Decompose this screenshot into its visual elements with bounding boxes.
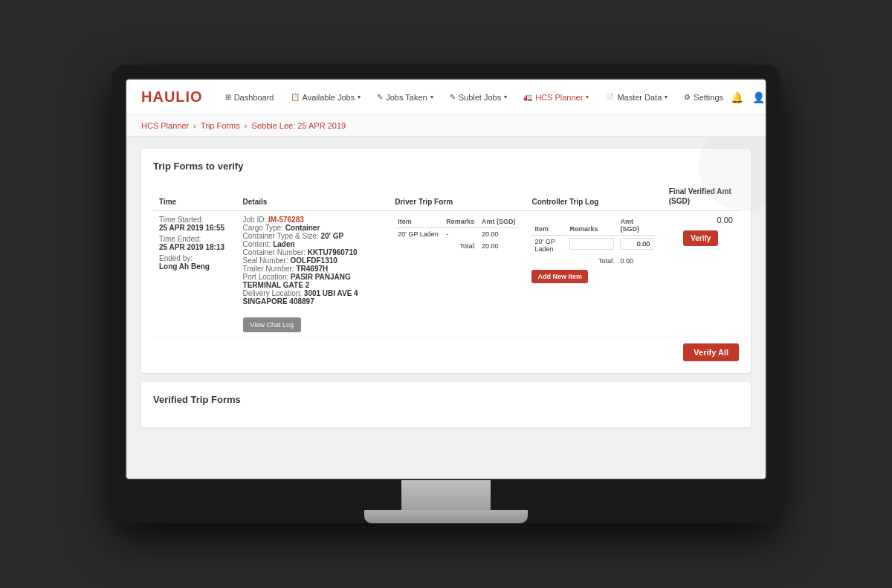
breadcrumb-current: Sebbie Lee: 25 APR 2019 (252, 121, 346, 130)
ended-by-value: Long Ah Beng (159, 262, 210, 271)
final-verified-value: 0.00 (669, 216, 733, 224)
driver-total-value: 20.00 (479, 240, 520, 252)
controller-table-row: 20' GP Laden (531, 236, 656, 256)
trip-forms-card: Trip Forms to verify Time Details Driver… (141, 149, 751, 373)
ctrl-amt-input[interactable] (620, 238, 653, 250)
container-num-label: Container Number: (243, 248, 308, 256)
chevron-down-icon: ▾ (358, 94, 361, 100)
time-started-value: 25 APR 2019 16:55 (159, 224, 224, 232)
monitor-stand-neck (401, 480, 491, 510)
container-num-value: KKTU7960710 (308, 248, 358, 256)
container-size-label: Container Type & Size: (243, 232, 321, 240)
seal-label: Seal Number: (243, 256, 291, 265)
time-ended-label: Time Ended: (159, 235, 201, 243)
delivery-label: Delivery Location: (243, 289, 304, 297)
ctrl-item-header: Item (531, 216, 566, 236)
time-started-label: Time Started: (159, 216, 204, 224)
verified-card-title: Verified Trip Forms (153, 394, 739, 405)
controller-inner-table: Item Remarks Amt (SGD) 20' GP Laden (531, 216, 656, 267)
file-icon: 📄 (605, 93, 614, 101)
verify-all-button[interactable]: Verify All (683, 343, 739, 361)
header-actions: 🔔 👤 (731, 91, 765, 103)
user-icon[interactable]: 👤 (752, 91, 765, 103)
app-logo: HAULIO (141, 88, 203, 106)
col-header-final: Final Verified Amt (SGD) (663, 182, 739, 211)
seal-value: OOLFDF1310 (290, 256, 337, 265)
ctrl-remarks-header: Remarks (566, 216, 617, 236)
view-chat-log-button[interactable]: View Chat Log (243, 317, 301, 332)
port-label: Port Location: (243, 273, 291, 281)
pencil2-icon: ✎ (450, 93, 456, 101)
ctrl-amt-header: Amt (SGD) (617, 216, 656, 236)
ended-by-label: Ended by: (159, 254, 193, 262)
col-header-time: Time (153, 182, 237, 211)
trip-table: Time Details Driver Trip Form Controller… (153, 182, 739, 337)
driver-remarks-value: - (443, 228, 479, 241)
driver-inner-table: Item Remarks Amt (SGD) 20' GP Laden (395, 216, 520, 252)
ctrl-total-value: 0.00 (617, 255, 656, 267)
details-cell: Job ID: IM-576283 Cargo Type: Container … (237, 211, 390, 337)
nav-settings[interactable]: ⚙ Settings (676, 88, 731, 106)
col-header-details: Details (237, 182, 390, 211)
ctrl-remarks-input[interactable] (569, 238, 614, 250)
nav-dashboard[interactable]: ⊞ Dashboard (218, 88, 282, 106)
nav-jobs-taken[interactable]: ✎ Jobs Taken ▾ (369, 88, 440, 106)
chevron-down-icon: ▾ (665, 94, 668, 100)
app-header: HAULIO ⊞ Dashboard 📋 Available Jobs ▾ ✎ … (126, 80, 766, 115)
final-verified-cell: 0.00 Verify (663, 211, 739, 337)
monitor-stand-base (364, 510, 528, 523)
ctrl-total-label: Total: (531, 255, 617, 267)
controller-form-cell: Item Remarks Amt (SGD) 20' GP Laden (526, 211, 662, 337)
truck-icon: 🚛 (523, 93, 532, 101)
bell-icon[interactable]: 🔔 (731, 91, 743, 103)
content-label: Content: (243, 240, 274, 248)
main-content: Trip Forms to verify Time Details Driver… (126, 137, 766, 479)
nav-hcs-planner[interactable]: 🚛 HCS Planner ▾ (516, 88, 596, 106)
driver-form-cell: Item Remarks Amt (SGD) 20' GP Laden (389, 211, 526, 337)
time-ended-value: 25 APR 2019 18:13 (159, 243, 224, 251)
clipboard-icon: 📋 (291, 93, 300, 101)
cargo-value: Container (285, 224, 320, 232)
breadcrumb-trip-forms[interactable]: Trip Forms (201, 121, 240, 130)
trailer-value: TR4697H (296, 265, 328, 273)
job-id-label: Job ID: (243, 216, 268, 224)
driver-item-header: Item (395, 216, 443, 228)
driver-amt-value: 20.00 (479, 228, 520, 241)
breadcrumb-hcs[interactable]: HCS Planner (141, 121, 189, 130)
job-id-value: IM-576283 (268, 216, 304, 224)
pencil-icon: ✎ (377, 93, 383, 101)
table-row: Time Started: 25 APR 2019 16:55 Time End… (153, 211, 739, 337)
driver-amt-header: Amt (SGD) (479, 216, 520, 228)
nav-sublet-jobs[interactable]: ✎ Sublet Jobs ▾ (442, 88, 514, 106)
gear-icon: ⚙ (684, 93, 691, 101)
driver-item-value: 20' GP Laden (395, 228, 443, 241)
chevron-down-icon: ▾ (504, 94, 507, 100)
ctrl-item-value: 20' GP Laden (531, 236, 566, 256)
driver-total-row: Total: 20.00 (395, 240, 520, 252)
col-header-controller: Controller Trip Log (526, 182, 662, 211)
content-value: Laden (273, 240, 294, 248)
driver-table-row: 20' GP Laden - 20.00 (395, 228, 520, 241)
nav-master-data[interactable]: 📄 Master Data ▾ (598, 88, 675, 106)
cargo-label: Cargo Type: (243, 224, 285, 232)
chevron-down-icon: ▾ (586, 94, 589, 100)
container-size-value: 20' GP (320, 232, 343, 240)
verify-button[interactable]: Verify (683, 230, 718, 246)
add-new-item-button[interactable]: Add New Item (531, 270, 588, 283)
col-header-driver: Driver Trip Form (389, 182, 526, 211)
card-title: Trip Forms to verify (153, 161, 739, 172)
nav-available-jobs[interactable]: 📋 Available Jobs ▾ (283, 88, 369, 106)
trailer-label: Trailer Number: (243, 265, 297, 273)
ctrl-remarks-input-cell (566, 236, 617, 256)
driver-total-label: Total: (395, 240, 479, 252)
ctrl-amt-input-cell (617, 236, 656, 256)
chevron-down-icon: ▾ (430, 94, 433, 100)
verified-trip-forms-card: Verified Trip Forms (141, 382, 751, 427)
controller-total-row: Total: 0.00 (531, 255, 656, 267)
breadcrumb: HCS Planner › Trip Forms › Sebbie Lee: 2… (126, 115, 766, 137)
dashboard-icon: ⊞ (225, 93, 231, 101)
driver-remarks-header: Remarks (443, 216, 479, 228)
main-nav: ⊞ Dashboard 📋 Available Jobs ▾ ✎ Jobs Ta… (218, 88, 731, 106)
time-cell: Time Started: 25 APR 2019 16:55 Time End… (153, 211, 237, 337)
